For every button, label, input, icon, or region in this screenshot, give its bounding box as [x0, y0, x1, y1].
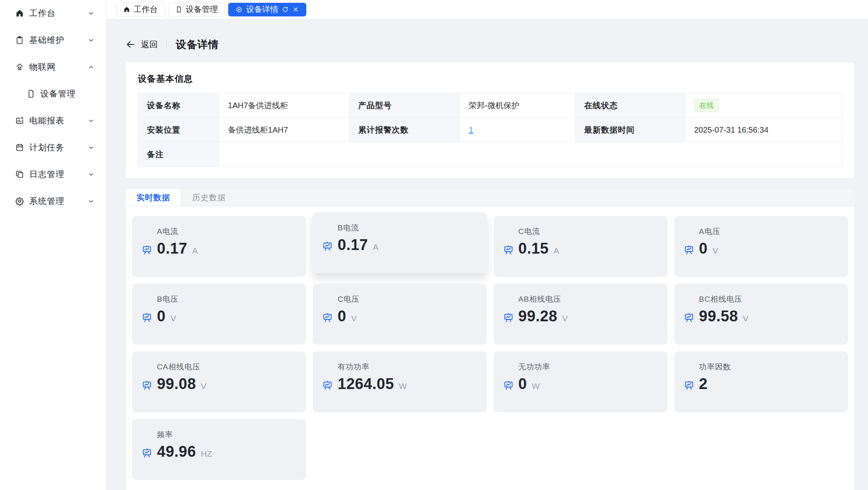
sidebar-item-label: 基础维护	[29, 34, 64, 46]
sidebar-item-system-management[interactable]: 系统管理	[0, 190, 106, 213]
tab-history-data[interactable]: 历史数据	[181, 189, 237, 206]
data-board-icon	[142, 245, 152, 255]
metric-unit: A	[373, 242, 378, 252]
metric-value: 49.96	[157, 443, 196, 460]
metric-label: AB相线电压	[518, 294, 561, 304]
metric-label: BC相线电压	[699, 294, 742, 304]
product-model-label: 产品型号	[349, 93, 460, 118]
chevron-down-icon	[88, 171, 94, 177]
device-data-card: 实时数据 历史数据 A电流 0.17A B电流 0.17A C电流 0.15A	[126, 189, 854, 490]
back-button[interactable]: 返回	[126, 39, 158, 50]
metric-unit: HZ	[201, 449, 212, 459]
device-name-label: 设备名称	[138, 93, 219, 118]
metric-card-a-voltage[interactable]: A电压 0V	[674, 216, 848, 277]
metric-card-ca-line-voltage[interactable]: CA相线电压 99.08V	[132, 351, 306, 412]
data-board-icon	[684, 245, 694, 255]
page-header: 返回 设备详情	[126, 37, 854, 52]
metric-value: 99.08	[157, 375, 196, 393]
data-board-icon	[503, 380, 514, 391]
page-title: 设备详情	[176, 38, 219, 52]
metric-value: 99.28	[518, 308, 558, 325]
metric-card-ab-line-voltage[interactable]: AB相线电压 99.28V	[494, 284, 667, 345]
metric-card-bc-line-voltage[interactable]: BC相线电压 99.58V	[674, 284, 848, 345]
metric-card-power-factor[interactable]: 功率因数 2	[674, 351, 848, 412]
metric-card-c-current[interactable]: C电流 0.15A	[494, 216, 667, 277]
product-model-value: 荣邦-微机保护	[460, 93, 575, 118]
info-card-title: 设备基本信息	[138, 73, 842, 85]
device-info-table: 设备名称 1AH7备供进线柜 产品型号 荣邦-微机保护 在线状态 在线 安装位置…	[138, 93, 842, 167]
metric-label: C电压	[338, 294, 360, 304]
metric-value: 1264.05	[338, 375, 394, 393]
metric-value: 0.15	[518, 240, 549, 257]
chevron-down-icon	[88, 118, 94, 124]
metric-value: 99.58	[699, 308, 738, 325]
chevron-down-icon	[88, 145, 94, 151]
data-board-icon	[142, 380, 152, 391]
data-board-icon	[503, 245, 514, 255]
metric-label: C电流	[518, 226, 540, 237]
sidebar-item-iot[interactable]: 物联网	[0, 55, 106, 79]
sidebar-item-label: 电能报表	[29, 115, 64, 126]
chevron-up-icon	[88, 64, 94, 70]
sidebar-item-planned-tasks[interactable]: 计划任务	[0, 136, 106, 159]
metric-unit: A	[553, 246, 559, 256]
metric-card-c-voltage[interactable]: C电压 0V	[313, 284, 486, 345]
data-board-icon	[142, 313, 152, 323]
copy-docs-icon	[15, 170, 24, 179]
metric-card-a-current[interactable]: A电流 0.17A	[132, 216, 306, 277]
chevron-down-icon	[88, 10, 94, 16]
data-board-icon	[684, 380, 694, 391]
circle-dot-icon	[235, 6, 243, 13]
gear-icon	[15, 197, 24, 206]
sidebar-item-workbench[interactable]: 工作台	[0, 2, 106, 25]
header-divider	[167, 40, 167, 49]
iot-icon	[15, 63, 24, 71]
back-label: 返回	[141, 39, 158, 50]
tab-workbench[interactable]: 工作台	[116, 3, 165, 16]
metric-unit: W	[399, 381, 407, 391]
sidebar: 工作台 基础维护 物联网 设备管理 电能报表	[0, 0, 106, 490]
alarm-count-label: 累计报警次数	[349, 118, 460, 142]
data-board-icon	[322, 241, 333, 252]
data-board-icon	[142, 448, 152, 458]
refresh-icon[interactable]	[282, 6, 289, 13]
close-icon[interactable]	[292, 6, 299, 13]
install-location-label: 安装位置	[138, 118, 219, 142]
home-icon	[123, 6, 130, 13]
device-file-icon	[175, 6, 182, 13]
metric-card-b-voltage[interactable]: B电压 0V	[132, 284, 306, 345]
tab-device-detail-active[interactable]: 设备详情	[228, 3, 306, 16]
sidebar-item-device-management[interactable]: 设备管理	[0, 82, 106, 105]
metric-label: A电流	[157, 226, 179, 237]
metric-card-reactive-power[interactable]: 无功功率 0W	[494, 351, 667, 412]
data-board-icon	[503, 313, 514, 323]
metric-label: 频率	[157, 430, 173, 440]
metric-value: 0	[157, 308, 166, 325]
metric-card-active-power[interactable]: 有功功率 1264.05W	[313, 351, 486, 412]
metric-label: 功率因数	[699, 362, 731, 372]
sidebar-item-log-management[interactable]: 日志管理	[0, 163, 106, 186]
install-location-value: 备供进线柜1AH7	[219, 118, 349, 142]
sidebar-item-label: 工作台	[29, 8, 56, 19]
sidebar-item-label: 日志管理	[29, 169, 64, 180]
remark-value	[219, 142, 842, 167]
metric-value: 0	[699, 240, 708, 257]
metric-card-b-current[interactable]: B电流 0.17A	[313, 212, 486, 273]
tab-realtime-data[interactable]: 实时数据	[126, 189, 181, 206]
metric-card-frequency[interactable]: 频率 49.96HZ	[132, 419, 306, 480]
data-board-icon	[322, 380, 333, 391]
content-area: 返回 设备详情 设备基本信息 设备名称 1AH7备供进线柜 产品型号 荣邦-微机…	[106, 19, 868, 490]
metric-unit: V	[171, 314, 176, 323]
sidebar-item-energy-report[interactable]: 电能报表	[0, 109, 106, 132]
device-info-card: 设备基本信息 设备名称 1AH7备供进线柜 产品型号 荣邦-微机保护 在线状态 …	[126, 63, 854, 178]
alarm-count-link[interactable]: 1	[469, 125, 473, 134]
metric-value: 0.17	[338, 236, 368, 254]
remark-label: 备注	[138, 142, 219, 167]
tab-device-management[interactable]: 设备管理	[168, 3, 225, 16]
tab-label: 设备管理	[186, 4, 218, 15]
sidebar-item-label: 系统管理	[29, 196, 64, 207]
table-row: 设备名称 1AH7备供进线柜 产品型号 荣邦-微机保护 在线状态 在线	[138, 93, 842, 118]
open-tabs-bar: 工作台 设备管理 设备详情	[106, 0, 868, 19]
sidebar-item-basic-maintenance[interactable]: 基础维护	[0, 28, 106, 52]
home-icon	[15, 9, 24, 18]
